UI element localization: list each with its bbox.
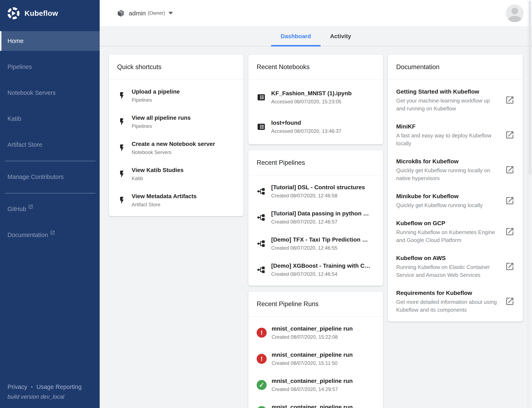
documentation-link-item[interactable]: Getting Started with Kubeflow Get your m…	[388, 83, 523, 118]
pipeline-run-item[interactable]: mnist_container_pipeline run Created 08/…	[248, 398, 383, 408]
scrollbar-thumb[interactable]	[529, 1, 531, 175]
pipeline-title: [Tutorial] Data passing in python comp…	[271, 210, 371, 217]
quick-shortcut-item[interactable]: Upload a pipeline Pipelines	[109, 83, 244, 109]
kubeflow-logo[interactable]: Kubeflow	[0, 0, 100, 26]
sidebar-item-label: Documentation	[8, 232, 48, 238]
doc-description: Get your machine-learning workflow up an…	[396, 97, 500, 112]
documentation-list: Getting Started with Kubeflow Get your m…	[388, 80, 523, 322]
sidebar-footer: Privacy • Usage Reporting build version …	[0, 383, 100, 408]
sidebar-item-label: Home	[8, 38, 24, 44]
namespace-selector[interactable]: admin (Owner)	[117, 9, 173, 17]
open-in-new-icon	[505, 262, 515, 271]
documentation-link-item[interactable]: Requirements for Kubeflow Get more detai…	[388, 284, 523, 319]
bolt-icon	[117, 92, 126, 100]
notebook-accessed-time: Accessed 08/07/2020, 13:46:37	[271, 128, 341, 135]
notebook-item[interactable]: lost+found Accessed 08/07/2020, 13:46:37	[248, 112, 383, 142]
sidebar-item-katib[interactable]: Katib	[0, 109, 100, 129]
doc-title: Getting Started with Kubeflow	[396, 88, 500, 96]
pipeline-icon	[257, 239, 266, 248]
footer-separator: •	[31, 384, 33, 390]
pipeline-title: [Demo] TFX - Taxi Tip Prediction Model …	[271, 236, 371, 243]
sidebar-item-home[interactable]: Home	[0, 31, 100, 51]
pipeline-created-time: Created 08/07/2020, 12:46:54	[271, 271, 371, 278]
recent-pipelines-card: Recent Pipelines	[248, 150, 383, 286]
sidebar-item-manage-contributors[interactable]: Manage Contributors	[0, 167, 100, 187]
doc-title: Microk8s for Kubeflow	[396, 157, 500, 166]
run-title: mnist_container_pipeline run	[272, 351, 353, 359]
sidebar-item-label: Artifact Store	[8, 141, 42, 148]
open-in-new-icon	[505, 227, 515, 236]
kubeflow-logo-icon	[7, 7, 20, 20]
sidebar-item-pipelines[interactable]: Pipelines	[0, 57, 100, 77]
usage-reporting-link[interactable]: Usage Reporting	[36, 383, 82, 390]
quick-shortcut-item[interactable]: View Metadata Artifacts Artifact Store	[109, 187, 244, 213]
shortcut-subtitle: Pipelines	[132, 123, 191, 129]
shortcut-title: Upload a pipeline	[132, 88, 180, 95]
sidebar-item-label: Manage Contributors	[8, 173, 64, 180]
documentation-link-item[interactable]: MiniKF A fast and easy way to deploy Kub…	[388, 118, 523, 152]
open-in-new-icon	[505, 297, 515, 306]
doc-description: Get more detailed information about usin…	[396, 298, 500, 314]
scrollbar[interactable]	[528, 0, 532, 408]
sidebar-item-github[interactable]: GitHub	[0, 199, 100, 219]
shortcut-subtitle: Notebook Servers	[132, 149, 215, 156]
tab-dashboard[interactable]: Dashboard	[271, 26, 320, 46]
dashboard-content: Quick shortcuts Upload a pipeline Pip	[100, 46, 532, 408]
shortcut-subtitle: Pipelines	[132, 97, 180, 103]
documentation-link-item[interactable]: Kubeflow on GCP Running Kubeflow on Kube…	[388, 214, 523, 249]
run-created-time: Created 08/07/2020, 15:11:50	[272, 360, 353, 366]
documentation-link-item[interactable]: Kubeflow on AWS Running Kubeflow on Elas…	[388, 249, 523, 284]
tab-activity[interactable]: Activity	[321, 26, 361, 46]
open-in-new-icon	[505, 196, 515, 205]
pipeline-item[interactable]: [Tutorial] Data passing in python comp… …	[248, 204, 383, 230]
sidebar-item-notebook-servers[interactable]: Notebook Servers	[0, 83, 100, 103]
pipeline-item[interactable]: [Demo] TFX - Taxi Tip Prediction Model ……	[248, 230, 383, 257]
namespace-cube-icon	[117, 9, 125, 17]
notebook-item[interactable]: KF_Fashion_MNIST (1).ipynb Accessed 08/0…	[248, 83, 383, 112]
card-title: Quick shortcuts	[109, 55, 244, 80]
sidebar-item-label: Pipelines	[8, 63, 32, 70]
documentation-link-item[interactable]: Microk8s for Kubeflow Quickly get Kubefl…	[388, 152, 523, 187]
doc-description: Running Kubeflow on Elastic Container Se…	[396, 263, 500, 279]
notebook-title: KF_Fashion_MNIST (1).ipynb	[271, 90, 352, 97]
tab-bar: Dashboard Activity	[100, 26, 532, 46]
privacy-link[interactable]: Privacy	[8, 383, 27, 390]
run-title: mnist_container_pipeline run	[272, 377, 353, 385]
quick-shortcut-item[interactable]: Create a new Notebook server Notebook Se…	[109, 135, 244, 161]
user-avatar[interactable]	[506, 4, 524, 22]
pipeline-created-time: Created 08/07/2020, 12:46:55	[271, 245, 371, 251]
pipeline-title: [Tutorial] DSL - Control structures	[271, 184, 365, 191]
pipeline-created-time: Created 08/07/2020, 12:46:57	[271, 219, 371, 225]
shortcut-subtitle: Katib	[132, 175, 183, 182]
shortcut-title: View all pipeline runs	[132, 114, 191, 122]
pipeline-item[interactable]: [Demo] XGBoost - Training with Confusi… …	[248, 257, 383, 283]
open-in-new-icon	[505, 130, 515, 140]
pipeline-run-item[interactable]: mnist_container_pipeline run Created 08/…	[248, 372, 383, 398]
card-title: Recent Pipelines	[248, 150, 383, 175]
pipeline-run-item[interactable]: mnist_container_pipeline run Created 08/…	[248, 346, 383, 372]
open-in-new-icon	[505, 95, 515, 105]
doc-title: Kubeflow on GCP	[396, 219, 500, 228]
card-title: Recent Notebooks	[248, 55, 383, 80]
shortcut-title: View Metadata Artifacts	[132, 193, 197, 200]
recent-pipeline-runs-card: Recent Pipeline Runs mnist_container_pip…	[248, 292, 383, 408]
notebook-icon	[257, 93, 266, 102]
run-status-icon	[257, 380, 267, 390]
documentation-link-item[interactable]: Minikube for Kubeflow Quickly get Kubefl…	[388, 187, 523, 214]
pipeline-item[interactable]: [Tutorial] DSL - Control structures Crea…	[248, 178, 383, 204]
pipeline-created-time: Created 08/07/2020, 12:46:58	[271, 192, 365, 199]
recent-pipeline-runs-list: mnist_container_pipeline run Created 08/…	[248, 317, 383, 408]
pipeline-icon	[257, 187, 266, 196]
pipeline-run-item[interactable]: mnist_container_pipeline run Created 08/…	[248, 320, 383, 346]
quick-shortcut-item[interactable]: View Katib Studies Katib	[109, 161, 244, 187]
quick-shortcut-item[interactable]: View all pipeline runs Pipelines	[109, 109, 244, 135]
sidebar-item-label: Katib	[8, 115, 21, 122]
external-link-icon	[28, 204, 33, 209]
sidebar-item-documentation[interactable]: Documentation	[0, 225, 100, 245]
run-title: mnist_container_pipeline run	[272, 325, 353, 332]
bolt-icon	[117, 118, 126, 126]
sidebar-item-artifact-store[interactable]: Artifact Store	[0, 135, 100, 155]
sidebar-nav: Home Pipelines Notebook Servers Katib Ar…	[0, 31, 100, 251]
sidebar: Kubeflow Home Pipelines Notebook Servers…	[0, 0, 100, 408]
doc-description: Quickly get Kubeflow running locally on …	[396, 166, 500, 182]
